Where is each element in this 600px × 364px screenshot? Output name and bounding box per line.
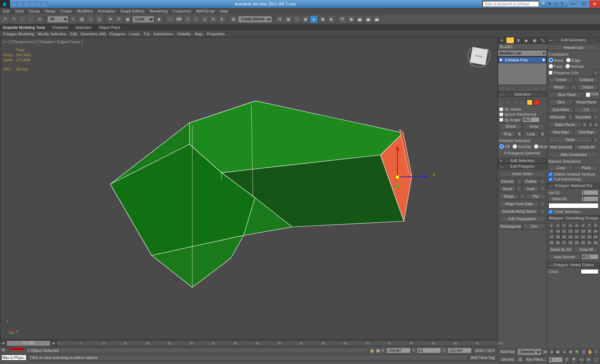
detach-button[interactable]: Detach: [577, 84, 599, 90]
mirror-icon[interactable]: ⧉: [276, 15, 284, 23]
nav-maximize-icon[interactable]: ⛶: [593, 357, 599, 363]
view-align-button[interactable]: View Align: [549, 129, 573, 135]
sg-button-22[interactable]: 22: [580, 234, 586, 239]
favorites-icon[interactable]: ☆: [554, 1, 559, 6]
select-id-button[interactable]: Select ID: [549, 196, 570, 202]
panel-visibility[interactable]: Visibility: [177, 32, 191, 36]
sg-button-31[interactable]: 31: [586, 240, 592, 245]
link-icon[interactable]: ⟋: [19, 15, 26, 23]
reset-plane-button[interactable]: Reset Plane: [574, 99, 599, 105]
panel-loops[interactable]: Loops: [129, 32, 140, 36]
sg-button-14[interactable]: 14: [580, 228, 586, 234]
ring-button[interactable]: Ring: [499, 131, 516, 137]
material-editor-icon[interactable]: ◉: [327, 15, 335, 23]
play-icon[interactable]: ▶: [555, 349, 561, 355]
minimize-button[interactable]: —: [568, 0, 579, 7]
extrude-spline-button[interactable]: Extrude Along Spline: [499, 208, 539, 214]
panel-polygons[interactable]: Polygons: [109, 32, 125, 36]
sg-button-10[interactable]: 10: [555, 228, 561, 234]
vertex-subobj-icon[interactable]: [505, 100, 511, 105]
qat-redo-icon[interactable]: [36, 1, 41, 7]
curve-editor-icon[interactable]: ◈: [310, 15, 318, 23]
preview-subobj-radio[interactable]: [512, 144, 517, 149]
full-interactivity-checkbox[interactable]: [549, 177, 552, 181]
selection-filter-select[interactable]: All: [47, 16, 69, 23]
sg-button-4[interactable]: 4: [568, 223, 574, 228]
relax-button[interactable]: Relax: [549, 137, 592, 143]
coord-display-icon[interactable]: ▦: [376, 348, 380, 353]
z-coord-input[interactable]: [448, 348, 472, 353]
sg-button-5[interactable]: 5: [574, 223, 580, 228]
preserve-uvs-settings-icon[interactable]: ▫: [593, 70, 599, 76]
repeat-last-button[interactable]: Repeat Last: [549, 45, 599, 51]
sg-button-30[interactable]: 30: [580, 240, 586, 245]
key-mode-select[interactable]: Selected: [517, 348, 542, 355]
time-ruler[interactable]: 0510152025303540455055606570758085909510…: [57, 340, 498, 346]
inset-button[interactable]: Inset: [523, 186, 539, 192]
auto-smooth-value[interactable]: [581, 254, 599, 259]
turn-button[interactable]: Turn: [523, 223, 546, 229]
msmooth-button[interactable]: MSmooth: [549, 114, 567, 120]
pin-stack-icon[interactable]: [499, 86, 504, 91]
hide-selected-button[interactable]: Hide Selected: [549, 144, 573, 150]
qat-project-icon[interactable]: [42, 1, 48, 7]
sg-button-7[interactable]: 7: [586, 223, 592, 228]
constraint-face-radio[interactable]: [549, 64, 553, 69]
sg-button-8[interactable]: 8: [592, 223, 599, 228]
vertex-colors-rollout-header[interactable]: Polygon: Vertex Colors: [547, 262, 600, 268]
show-end-result-icon[interactable]: [506, 86, 511, 91]
manipulate-icon[interactable]: ⬚: [166, 15, 174, 23]
create-tab-icon[interactable]: ✳: [498, 37, 506, 44]
graphite-tools-icon[interactable]: ▣: [301, 15, 309, 23]
motion-tab-icon[interactable]: ◉: [522, 37, 530, 44]
maximize-button[interactable]: ☐: [579, 0, 589, 7]
by-vertex-checkbox[interactable]: [499, 107, 503, 111]
y-coord-input[interactable]: [417, 348, 441, 353]
nav-zoom-icon[interactable]: 👁: [574, 349, 580, 355]
time-slider[interactable]: 0 / 100: [6, 340, 51, 346]
tab-freeform[interactable]: Freeform: [52, 25, 68, 30]
vertex-color-swatch[interactable]: [581, 269, 599, 274]
grid-align-button[interactable]: Grid Align: [574, 129, 599, 135]
key-mode-icon[interactable]: ⚿: [517, 357, 524, 363]
prev-frame-icon[interactable]: ◂: [549, 349, 555, 355]
preserve-uvs-checkbox[interactable]: [549, 71, 552, 75]
material-name-select[interactable]: [549, 203, 599, 208]
display-tab-icon[interactable]: ▣: [530, 37, 539, 44]
render-setup-icon[interactable]: 🗔: [339, 15, 346, 23]
hierarchy-tab-icon[interactable]: ♜: [514, 37, 522, 44]
tessellate-settings-icon[interactable]: ▫: [593, 114, 599, 120]
next-frame-icon[interactable]: ▸: [562, 349, 568, 355]
tab-graphite[interactable]: Graphite Modeling Tools: [3, 25, 45, 30]
viewport[interactable]: [ + ] [ Perspective ] [ Shaded + Edged F…: [0, 37, 498, 340]
select-id-input[interactable]: [581, 196, 599, 202]
sg-button-23[interactable]: 23: [586, 234, 592, 239]
menu-rendering[interactable]: Rendering: [150, 9, 168, 13]
close-button[interactable]: ✕: [589, 0, 600, 7]
qat-undo-icon[interactable]: [30, 1, 35, 7]
menu-group[interactable]: Group: [29, 9, 40, 13]
sg-button-13[interactable]: 13: [574, 228, 580, 234]
sg-button-25[interactable]: 25: [549, 240, 555, 245]
paste-named-sel-button[interactable]: Paste: [574, 165, 599, 171]
timeline-prev-icon[interactable]: ◂: [0, 340, 6, 346]
panel-edit[interactable]: Edit: [70, 32, 77, 36]
planar-x-button[interactable]: X: [582, 122, 587, 128]
clear-all-sg-button[interactable]: Clear All: [574, 247, 599, 253]
goto-start-icon[interactable]: ⏮: [542, 349, 548, 355]
material-ids-rollout-header[interactable]: Polygon: Material IDs: [547, 183, 600, 188]
panel-subdivision[interactable]: Subdivision: [153, 32, 173, 36]
collapse-button[interactable]: Collapse: [574, 77, 599, 83]
planar-z-button[interactable]: Z: [594, 122, 599, 128]
render-iterative-icon[interactable]: ☕: [364, 15, 372, 23]
unlink-icon[interactable]: ⟍: [27, 15, 35, 23]
hinge-button[interactable]: Hinge From Edge: [499, 201, 539, 207]
msmooth-settings-icon[interactable]: ▫: [568, 114, 573, 120]
by-angle-value[interactable]: [522, 117, 540, 122]
menu-customize[interactable]: Customize: [173, 9, 191, 13]
edit-polygons-rollout-header[interactable]: Edit Polygons: [498, 163, 547, 169]
bind-spacewarp-icon[interactable]: ≋: [36, 15, 44, 23]
sg-button-29[interactable]: 29: [574, 240, 580, 245]
hinge-settings-icon[interactable]: ▫: [540, 201, 545, 207]
extrude-button[interactable]: Extrude: [499, 178, 516, 184]
